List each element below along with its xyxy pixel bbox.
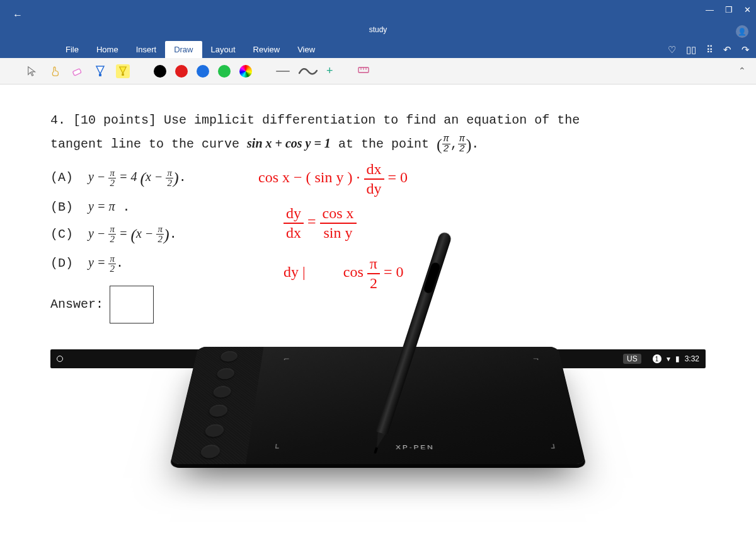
tablet-surface[interactable]: ⌐ ¬ └ ┘ XP-PEN: [246, 347, 586, 464]
corner-mark-tl: ⌐: [284, 356, 290, 363]
redo-icon[interactable]: ↷: [742, 44, 750, 55]
point-frac-y: π2: [458, 134, 466, 154]
color-blue[interactable]: [197, 65, 209, 78]
stroke-wave[interactable]: [299, 67, 318, 76]
question-number: 4.: [50, 113, 66, 127]
tablet-key-3[interactable]: [212, 386, 232, 397]
eraser-tool[interactable]: [71, 64, 84, 78]
highlighter-tool[interactable]: [116, 64, 130, 78]
tab-home[interactable]: Home: [88, 41, 127, 58]
ribbon-right-icons: ♡ ▯▯ ⠿ ↶ ↷: [668, 44, 750, 55]
reading-view-icon[interactable]: ▯▯: [686, 44, 696, 55]
tab-draw[interactable]: Draw: [165, 41, 202, 58]
add-pen-button[interactable]: +: [326, 64, 333, 78]
tablet-key-5[interactable]: [204, 424, 225, 437]
select-tool[interactable]: [25, 64, 39, 78]
minimize-button[interactable]: —: [706, 5, 714, 15]
color-green[interactable]: [218, 65, 231, 78]
touch-tool[interactable]: [48, 64, 62, 78]
title-bar: ← study — ❐ ✕ 👤: [0, 0, 756, 40]
option-c: (C) y − π2 = (x − π2).: [50, 219, 706, 250]
tablet-key-6[interactable]: [200, 445, 221, 458]
battery-icon[interactable]: ▮: [675, 354, 680, 363]
tablet-brand: XP-PEN: [248, 445, 583, 451]
back-button[interactable]: ←: [8, 5, 28, 25]
collapse-ribbon-icon[interactable]: ⌃: [738, 66, 746, 76]
color-black[interactable]: [154, 65, 166, 78]
status-time: 3:32: [685, 354, 699, 363]
point-frac-x: π2: [442, 134, 450, 154]
question-stem-c: at the point: [338, 137, 429, 151]
status-badge[interactable]: 1: [653, 354, 662, 363]
color-red[interactable]: [175, 65, 188, 78]
corner-mark-tr: ¬: [532, 356, 539, 363]
color-rainbow[interactable]: [239, 65, 252, 78]
account-avatar[interactable]: 👤: [736, 25, 748, 38]
status-language[interactable]: US: [623, 354, 641, 364]
tab-insert[interactable]: Insert: [127, 41, 166, 58]
tab-file[interactable]: File: [57, 41, 88, 58]
ribbon-tabs: File Home Insert Draw Layout Review View…: [0, 40, 756, 58]
svg-rect-0: [72, 68, 81, 75]
close-button[interactable]: ✕: [744, 5, 751, 15]
question-points: [10 points]: [73, 113, 156, 127]
document-title: study: [0, 25, 756, 34]
tablet-key-1[interactable]: [220, 351, 239, 362]
draw-toolbar: + ⌃: [0, 58, 756, 84]
tips-icon[interactable]: ♡: [668, 44, 676, 55]
answer-box[interactable]: [110, 286, 154, 323]
window-controls: — ❐ ✕: [706, 5, 751, 15]
svg-rect-2: [122, 73, 124, 76]
maximize-button[interactable]: ❐: [725, 5, 733, 15]
undo-icon[interactable]: ↶: [723, 44, 731, 55]
tablet-key-2[interactable]: [216, 368, 235, 380]
share-icon[interactable]: ⠿: [706, 44, 713, 55]
pen-tool[interactable]: [93, 64, 107, 78]
record-icon[interactable]: [57, 356, 63, 362]
question-equation: sin x + cos y = 1: [247, 136, 331, 150]
svg-rect-1: [99, 74, 101, 76]
tab-view[interactable]: View: [289, 41, 324, 58]
ruler-tool[interactable]: [357, 64, 370, 79]
handwriting-line2: dydx = cos xsin y: [284, 204, 357, 242]
question-stem-b: tangent line to the curve: [50, 137, 239, 151]
handwriting-line1: cos x − ( sin y ) · dxdy = 0: [258, 160, 408, 198]
tablet-key-4[interactable]: [209, 405, 229, 417]
question-text: 4. [10 points] Use implicit differentiat…: [50, 110, 706, 159]
stroke-thin[interactable]: [276, 71, 290, 72]
wifi-icon[interactable]: ▾: [667, 354, 670, 363]
answer-label: Answer:: [50, 297, 103, 312]
question-stem-a: Use implicit differentiation to find an …: [164, 113, 580, 127]
tab-layout[interactable]: Layout: [202, 41, 244, 58]
tab-review[interactable]: Review: [244, 41, 289, 58]
drawing-tablet: ⌐ ¬ └ ┘ XP-PEN: [170, 277, 586, 511]
